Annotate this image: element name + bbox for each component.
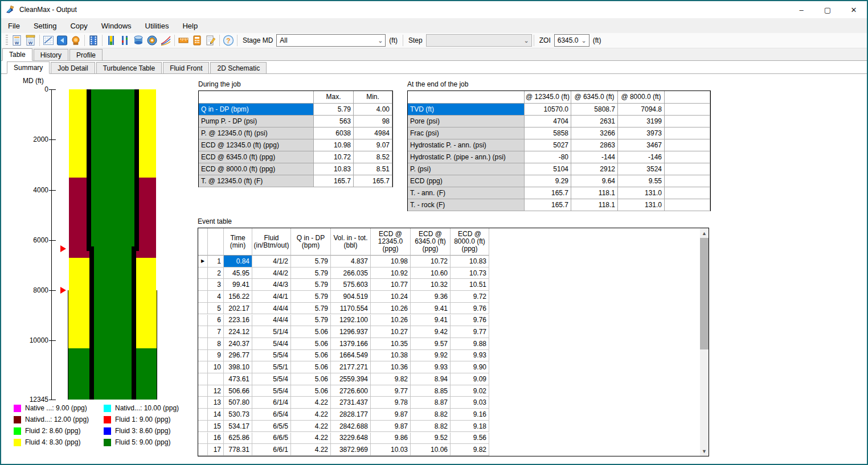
q-value[interactable]: 5.79 [291, 279, 331, 291]
q-value[interactable]: 5.06 [291, 350, 331, 362]
row-label[interactable]: Hydrostatic P. - ann. (psi) [408, 139, 525, 151]
data-value[interactable]: -146 [618, 151, 665, 163]
ecd2-value[interactable]: 9.93 [411, 361, 451, 373]
time-value[interactable]: 224.12 [224, 326, 252, 338]
fluid-value[interactable]: 4/4/4 [252, 315, 291, 327]
menu-windows[interactable]: Windows [95, 18, 138, 33]
ecd1-value[interactable]: 10.36 [371, 361, 411, 373]
fluid-value[interactable]: 4/4/4 [252, 303, 291, 315]
q-value[interactable]: 5.79 [291, 256, 331, 268]
min-value[interactable]: 4984 [354, 127, 392, 139]
q-value[interactable]: 5.79 [291, 268, 331, 279]
vol-value[interactable]: 1664.549 [331, 350, 371, 362]
min-value[interactable]: 9.07 [354, 139, 392, 151]
ecd3-value[interactable]: 9.09 [451, 373, 489, 385]
data-value[interactable]: 9.64 [571, 175, 618, 187]
row-selector[interactable] [198, 397, 208, 409]
data-value[interactable]: 2863 [571, 139, 618, 151]
data-value[interactable]: 5104 [525, 163, 571, 175]
chart-grid-icon[interactable] [42, 34, 55, 47]
data-value[interactable]: 4704 [525, 116, 571, 127]
row-number[interactable]: 13 [208, 397, 224, 409]
fluid-value[interactable]: 5/5/4 [252, 350, 291, 362]
time-value[interactable]: 296.77 [224, 350, 252, 362]
row-selector[interactable] [198, 268, 208, 279]
minimize-button[interactable]: – [788, 1, 814, 18]
vol-value[interactable]: 3229.648 [331, 433, 371, 445]
vol-value[interactable]: 2731.437 [331, 397, 371, 409]
tab-turbulence-table[interactable]: Turbulence Table [96, 62, 162, 73]
time-value[interactable]: 45.95 [224, 268, 252, 279]
row-selector[interactable] [198, 409, 208, 421]
vol-value[interactable]: 3872.969 [331, 444, 371, 456]
ecd3-value[interactable]: 9.72 [451, 291, 489, 303]
time-value[interactable]: 202.17 [224, 303, 252, 315]
min-value[interactable]: 8.52 [354, 151, 392, 163]
ecd1-value[interactable]: 9.87 [371, 409, 411, 421]
ecd3-value[interactable]: 9.90 [451, 361, 489, 373]
tab-table[interactable]: Table [2, 48, 32, 61]
data-value[interactable]: 5858 [525, 127, 571, 139]
ecd2-value[interactable]: 9.92 [411, 350, 451, 362]
vol-value[interactable]: 575.603 [331, 279, 371, 291]
event-table-scrollbar[interactable]: ▲ ▼ [700, 228, 709, 456]
ecd1-value[interactable]: 10.03 [371, 444, 411, 456]
close-button[interactable]: ✕ [841, 1, 867, 18]
ecd3-value[interactable]: 10.51 [451, 279, 489, 291]
fluid-value[interactable]: 6/1/4 [252, 397, 291, 409]
playback-icon[interactable] [55, 34, 69, 47]
row-label[interactable]: Pore (psi) [408, 116, 525, 127]
fluid-value[interactable]: 4/4/1 [252, 291, 291, 303]
ecd2-value[interactable]: 8.82 [411, 421, 451, 433]
menu-copy[interactable]: Copy [63, 18, 94, 33]
time-value[interactable]: 99.41 [224, 279, 252, 291]
row-label[interactable]: T. - ann. (F) [408, 187, 525, 199]
data-value[interactable]: -80 [525, 151, 571, 163]
row-number[interactable]: 7 [208, 326, 224, 338]
q-value[interactable]: 5.79 [291, 315, 331, 327]
ecd3-value[interactable]: 9.88 [451, 338, 489, 350]
fluid-value[interactable]: 6/5/4 [252, 409, 291, 421]
ecd1-value[interactable]: 10.26 [371, 315, 411, 327]
ecd3-value[interactable]: 9.03 [451, 397, 489, 409]
row-selector[interactable]: ▶ [198, 256, 208, 268]
data-value[interactable]: 165.7 [525, 187, 571, 199]
time-value[interactable]: 625.86 [224, 433, 252, 445]
ecd1-value[interactable]: 10.38 [371, 350, 411, 362]
data-value[interactable]: 118.1 [571, 187, 618, 199]
fluid-value[interactable]: 6/5/5 [252, 421, 291, 433]
data-value[interactable]: 131.0 [618, 187, 665, 199]
lamp-icon[interactable] [69, 34, 83, 47]
stage-md-combobox[interactable]: All ⌄ [276, 34, 386, 47]
report-word-template-icon[interactable]: W [24, 34, 38, 47]
min-value[interactable]: 98 [354, 116, 392, 127]
time-value[interactable]: 506.66 [224, 385, 252, 397]
fluid-value[interactable]: 5/4/4 [252, 338, 291, 350]
ecd2-value[interactable]: 10.72 [411, 256, 451, 268]
q-value[interactable]: 5.06 [291, 326, 331, 338]
row-number[interactable]: 12 [208, 385, 224, 397]
ecd3-value[interactable]: 9.16 [451, 409, 489, 421]
fluid-value[interactable]: 4/4/2 [252, 268, 291, 279]
fluid-value[interactable]: 4/4/3 [252, 279, 291, 291]
ecd1-value[interactable]: 9.82 [371, 373, 411, 385]
fluid-value[interactable]: 6/6/5 [252, 433, 291, 445]
ecd2-value[interactable]: 10.32 [411, 279, 451, 291]
fluid-value[interactable]: 5/5/1 [252, 361, 291, 373]
ecd2-value[interactable]: 9.52 [411, 433, 451, 445]
row-selector[interactable] [198, 315, 208, 327]
ecd1-value[interactable]: 9.78 [371, 397, 411, 409]
scroll-up-icon[interactable]: ▲ [700, 228, 709, 238]
data-value[interactable]: 9.55 [618, 175, 665, 187]
ecd2-value[interactable]: 9.41 [411, 315, 451, 327]
row-number[interactable]: 4 [208, 291, 224, 303]
data-value[interactable]: 10570.0 [525, 104, 571, 116]
tab-job-detail[interactable]: Job Detail [51, 62, 95, 73]
row-selector[interactable] [198, 303, 208, 315]
zoi-combobox[interactable]: 6345.0 ⌄ [554, 34, 589, 47]
data-value[interactable]: 3199 [618, 116, 665, 127]
max-value[interactable]: 10.72 [314, 151, 354, 163]
vol-value[interactable]: 2559.394 [331, 373, 371, 385]
q-value[interactable]: 4.22 [291, 421, 331, 433]
scrollbar-thumb[interactable] [700, 238, 709, 349]
